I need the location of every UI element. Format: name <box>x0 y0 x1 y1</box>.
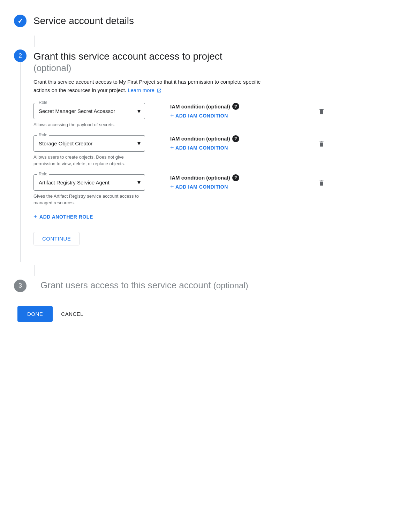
add-iam-condition-button-2[interactable]: + ADD IAM CONDITION <box>170 144 228 152</box>
role-left-1: Role Secret Manager Secret Accessor ▾ Al… <box>33 103 159 128</box>
role-float-label-3: Role <box>37 172 49 176</box>
step2-description: Grant this service account access to My … <box>33 78 278 94</box>
role-left-2: Role Storage Object Creator ▾ Allows use… <box>33 135 159 167</box>
role-select-3[interactable]: Artifact Registry Service Agent <box>34 175 145 190</box>
iam-condition-label-1: IAM condition (optional) ? <box>170 103 310 110</box>
connector-line-1 <box>34 36 35 47</box>
iam-condition-2: IAM condition (optional) ? + ADD IAM CON… <box>170 135 310 152</box>
continue-button[interactable]: CONTINUE <box>33 232 80 245</box>
step3-title: Grant users access to this service accou… <box>40 280 213 290</box>
add-another-role-button[interactable]: + ADD ANOTHER ROLE <box>33 213 93 221</box>
delete-role-button-2[interactable] <box>315 137 328 152</box>
iam-condition-label-3: IAM condition (optional) ? <box>170 174 310 181</box>
add-iam-condition-button-3[interactable]: + ADD IAM CONDITION <box>170 183 228 191</box>
role-right-3: IAM condition (optional) ? + ADD IAM CON… <box>170 174 328 191</box>
external-link-icon <box>157 88 161 93</box>
learn-more-link[interactable]: Learn more <box>128 87 161 93</box>
role-right-1: IAM condition (optional) ? + ADD IAM CON… <box>170 103 328 120</box>
role-float-label-2: Role <box>37 132 49 137</box>
role-description-1: Allows accessing the payload of secrets. <box>33 121 145 128</box>
iam-condition-1: IAM condition (optional) ? + ADD IAM CON… <box>170 103 310 119</box>
role-select-wrapper-2: Role Storage Object Creator ▾ <box>33 135 145 152</box>
iam-condition-label-2: IAM condition (optional) ? <box>170 135 310 142</box>
iam-condition-3: IAM condition (optional) ? + ADD IAM CON… <box>170 174 310 191</box>
step2-title: Grant this service account access to pro… <box>33 51 222 62</box>
done-button[interactable]: DONE <box>17 306 53 322</box>
role-select-1[interactable]: Secret Manager Secret Accessor <box>34 103 145 119</box>
step1-row: ✓ Service account details <box>14 14 328 27</box>
role-row-1: Role Secret Manager Secret Accessor ▾ Al… <box>33 103 328 128</box>
step1-title: Service account details <box>33 14 134 26</box>
plus-icon-1: + <box>170 112 174 119</box>
connector-line-2 <box>34 265 35 276</box>
role-right-2: IAM condition (optional) ? + ADD IAM CON… <box>170 135 328 152</box>
role-row-2: Role Storage Object Creator ▾ Allows use… <box>33 135 328 167</box>
step2-title-optional: (optional) <box>33 63 71 73</box>
step1-icon: ✓ <box>14 15 27 27</box>
step3-row: 3 Grant users access to this service acc… <box>14 279 328 292</box>
iam-help-icon-3[interactable]: ? <box>232 174 239 181</box>
bottom-buttons: DONE CANCEL <box>14 306 328 322</box>
plus-icon-3: + <box>170 183 174 191</box>
step3-icon: 3 <box>14 280 27 292</box>
trash-icon-2 <box>318 140 325 148</box>
add-role-plus-icon: + <box>33 213 37 221</box>
trash-icon-3 <box>318 179 325 187</box>
step3-title-optional: (optional) <box>213 281 248 290</box>
role-description-3: Gives the Artifact Registry service acco… <box>33 193 145 206</box>
iam-help-icon-2[interactable]: ? <box>232 135 239 142</box>
step2-section: 2 Grant this service account access to p… <box>14 50 328 262</box>
role-select-wrapper-3: Role Artifact Registry Service Agent ▾ <box>33 174 145 191</box>
role-select-wrapper-1: Role Secret Manager Secret Accessor ▾ <box>33 103 145 119</box>
add-iam-condition-button-1[interactable]: + ADD IAM CONDITION <box>170 112 228 119</box>
role-left-3: Role Artifact Registry Service Agent ▾ G… <box>33 174 159 206</box>
role-description-2: Allows users to create objects. Does not… <box>33 154 145 167</box>
step2-content: Grant this service account access to pro… <box>33 50 328 262</box>
iam-help-icon-1[interactable]: ? <box>232 103 239 110</box>
step2-left-col: 2 <box>14 50 27 262</box>
step2-icon: 2 <box>14 50 27 62</box>
checkmark-icon: ✓ <box>17 17 23 25</box>
delete-role-button-1[interactable] <box>315 105 328 120</box>
roles-section: Role Secret Manager Secret Accessor ▾ Al… <box>33 103 328 206</box>
role-row-3: Role Artifact Registry Service Agent ▾ G… <box>33 174 328 206</box>
delete-role-button-3[interactable] <box>315 176 328 191</box>
role-float-label-1: Role <box>37 100 49 105</box>
step2-connector <box>20 62 21 262</box>
cancel-button[interactable]: CANCEL <box>61 306 83 322</box>
trash-icon-1 <box>318 108 325 115</box>
plus-icon-2: + <box>170 144 174 152</box>
step3-title-container: Grant users access to this service accou… <box>40 280 248 291</box>
role-select-2[interactable]: Storage Object Creator <box>34 136 145 151</box>
